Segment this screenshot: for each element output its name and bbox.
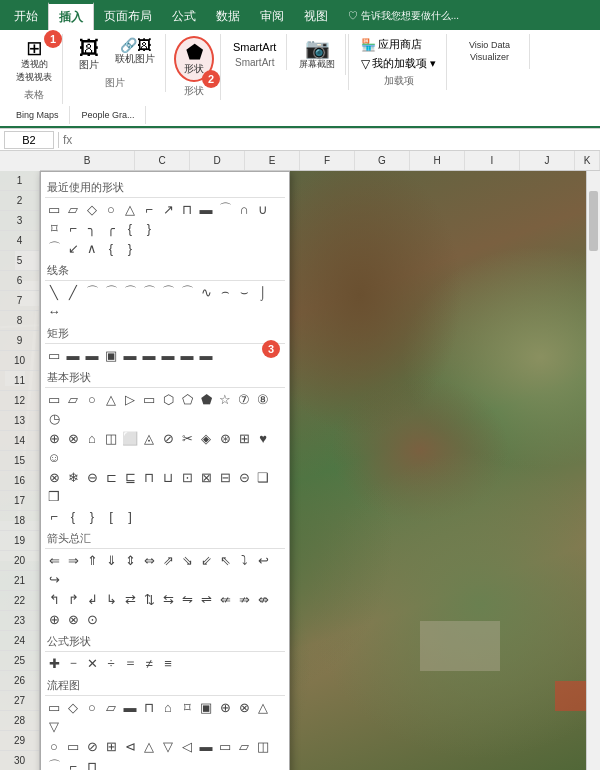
shape-item[interactable]: ○: [83, 698, 101, 716]
btn-visio[interactable]: Visio Data Visualizer: [455, 36, 523, 67]
shape-item[interactable]: ◁: [178, 737, 196, 755]
row-header-27[interactable]: 27: [0, 691, 39, 711]
shape-item[interactable]: ↔: [45, 302, 63, 320]
shape-item[interactable]: ⊟: [216, 468, 234, 486]
shape-item[interactable]: ▱: [64, 200, 82, 218]
row-header-17[interactable]: 17: [0, 491, 39, 511]
shape-item[interactable]: ↳: [102, 590, 120, 608]
row-header-8[interactable]: 8: [0, 311, 39, 331]
shape-item[interactable]: ⊕: [216, 698, 234, 716]
shape-item[interactable]: ⇖: [216, 551, 234, 569]
shape-item[interactable]: ▬: [178, 346, 196, 364]
shape-item[interactable]: ▱: [235, 737, 253, 755]
shape-item[interactable]: ⊓: [83, 757, 101, 770]
shape-item[interactable]: ⊘: [83, 737, 101, 755]
shape-item[interactable]: ▬: [83, 346, 101, 364]
shape-item[interactable]: ⌒: [178, 283, 196, 301]
shape-item[interactable]: ⌐: [64, 219, 82, 237]
shape-item[interactable]: ✚: [45, 654, 63, 672]
row-header-3[interactable]: 3: [0, 211, 39, 231]
shape-item[interactable]: ◬: [140, 429, 158, 447]
shape-item[interactable]: ╭: [102, 219, 120, 237]
shape-item[interactable]: ○: [102, 200, 120, 218]
col-header-f[interactable]: F: [300, 151, 355, 170]
shape-item[interactable]: ↩: [254, 551, 272, 569]
shape-item[interactable]: ⊙: [83, 610, 101, 628]
shape-item[interactable]: ⬜: [121, 429, 139, 447]
shape-item[interactable]: ❑: [254, 468, 272, 486]
shape-item[interactable]: ♥: [254, 429, 272, 447]
shape-item[interactable]: }: [140, 219, 158, 237]
shape-item[interactable]: ⌒: [216, 200, 234, 218]
shape-item[interactable]: ⊓: [178, 200, 196, 218]
shape-item[interactable]: ⇎: [254, 590, 272, 608]
row-header-26[interactable]: 26: [0, 671, 39, 691]
row-header-6[interactable]: 6: [0, 271, 39, 291]
shape-item[interactable]: △: [140, 737, 158, 755]
shape-item[interactable]: ∩: [235, 200, 253, 218]
shape-item[interactable]: ⊝: [235, 468, 253, 486]
shape-item[interactable]: ▬: [159, 346, 177, 364]
shape-item[interactable]: ↲: [83, 590, 101, 608]
btn-people-graph[interactable]: People Gra...: [78, 108, 139, 122]
shape-item[interactable]: ≠: [140, 654, 158, 672]
shape-item[interactable]: ⊘: [159, 429, 177, 447]
shape-item[interactable]: ⊞: [102, 737, 120, 755]
shape-item[interactable]: ∪: [254, 200, 272, 218]
shape-item[interactable]: ▷: [121, 390, 139, 408]
shape-item[interactable]: ⌒: [45, 757, 63, 770]
tab-review[interactable]: 审阅: [250, 2, 294, 30]
shape-item[interactable]: ⌒: [83, 283, 101, 301]
shape-item[interactable]: ◇: [64, 698, 82, 716]
shape-item[interactable]: ⇗: [159, 551, 177, 569]
row-header-5[interactable]: 5: [0, 251, 39, 271]
col-header-d[interactable]: D: [190, 151, 245, 170]
shape-item[interactable]: ⑧: [254, 390, 272, 408]
row-header-29[interactable]: 29: [0, 731, 39, 751]
shape-item[interactable]: ⇓: [102, 551, 120, 569]
shape-item[interactable]: ▱: [64, 390, 82, 408]
row-header-11[interactable]: 11: [0, 371, 39, 391]
shape-item[interactable]: ▭: [45, 390, 63, 408]
shape-item[interactable]: }: [121, 239, 139, 257]
shape-item[interactable]: ⌑: [45, 219, 63, 237]
shape-item[interactable]: ◷: [45, 409, 63, 427]
shape-item[interactable]: ⌒: [159, 283, 177, 301]
btn-pivot-table[interactable]: ⊞ 透视的透视视表 1: [12, 36, 56, 86]
shape-item[interactable]: ↱: [64, 590, 82, 608]
vertical-scrollbar[interactable]: [586, 171, 600, 770]
shape-item[interactable]: ▭: [216, 737, 234, 755]
row-header-23[interactable]: 23: [0, 611, 39, 631]
shape-item[interactable]: ⬟: [197, 390, 215, 408]
shape-item[interactable]: △: [102, 390, 120, 408]
row-header-9[interactable]: 9: [0, 331, 39, 351]
shape-item[interactable]: ✂: [178, 429, 196, 447]
tab-formula[interactable]: 公式: [162, 2, 206, 30]
shape-item[interactable]: ▣: [102, 346, 120, 364]
shape-item[interactable]: ▭: [45, 346, 63, 364]
shape-item[interactable]: ⌣: [235, 283, 253, 301]
shape-item[interactable]: ↗: [159, 200, 177, 218]
row-header-12[interactable]: 12: [0, 391, 39, 411]
shape-item[interactable]: ⇕: [121, 551, 139, 569]
row-header-24[interactable]: 24: [0, 631, 39, 651]
col-header-k[interactable]: K: [575, 151, 600, 170]
shape-item[interactable]: ⊡: [178, 468, 196, 486]
shape-item[interactable]: ▭: [64, 737, 82, 755]
shape-item[interactable]: ⇒: [64, 551, 82, 569]
scrollbar-thumb[interactable]: [589, 191, 598, 251]
shape-item[interactable]: ▭: [140, 390, 158, 408]
shape-item[interactable]: ⇆: [159, 590, 177, 608]
row-header-20[interactable]: 20: [0, 551, 39, 571]
shape-item[interactable]: ⌐: [64, 757, 82, 770]
row-header-14[interactable]: 14: [0, 431, 39, 451]
row-header-10[interactable]: 10: [0, 351, 39, 371]
shape-item[interactable]: ⊓: [140, 468, 158, 486]
col-header-j[interactable]: J: [520, 151, 575, 170]
shape-item[interactable]: ⌒: [102, 283, 120, 301]
shape-item[interactable]: ⇏: [235, 590, 253, 608]
shape-item[interactable]: ⑦: [235, 390, 253, 408]
shape-item[interactable]: ❒: [45, 487, 63, 505]
shape-item[interactable]: ╲: [45, 283, 63, 301]
shape-item[interactable]: ⌂: [159, 698, 177, 716]
